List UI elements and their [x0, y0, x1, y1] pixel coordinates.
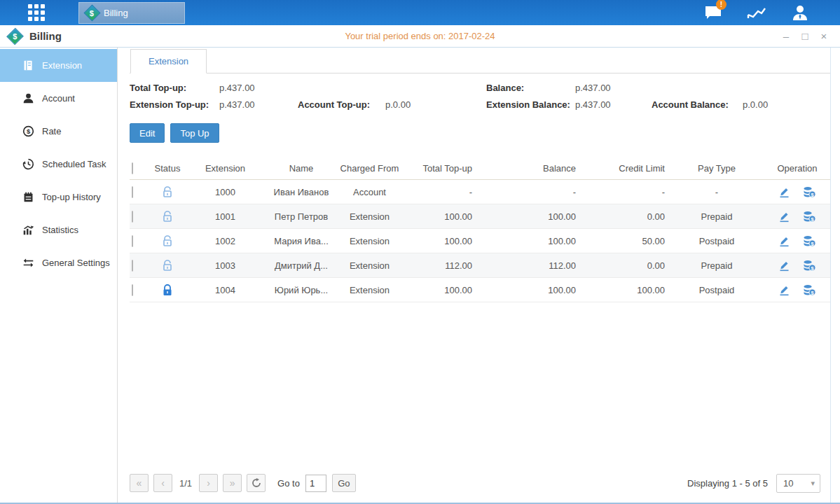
- sidebar-item-statistics[interactable]: Statistics: [0, 214, 117, 246]
- balance-value: p.437.00: [575, 83, 652, 93]
- cell-total-topup: 100.00: [403, 285, 476, 295]
- cell-extension: 1001: [184, 211, 266, 222]
- sidebar-item-rate[interactable]: $ Rate: [0, 115, 117, 148]
- row-checkbox[interactable]: [132, 211, 133, 223]
- go-button[interactable]: Go: [332, 474, 356, 492]
- maximize-icon[interactable]: □: [799, 30, 811, 42]
- row-checkbox[interactable]: [132, 260, 133, 272]
- table-header: Status Extension Name Charged From Total…: [130, 158, 830, 180]
- topup-history-ledger-icon: [22, 191, 34, 203]
- cell-total-topup: 100.00: [403, 211, 476, 222]
- account-balance-label: Account Balance:: [652, 99, 743, 110]
- billing-app-icon: $: [83, 4, 100, 21]
- topup-coins-icon[interactable]: $: [803, 284, 816, 296]
- resource-monitor-icon[interactable]: [745, 4, 769, 22]
- row-checkbox[interactable]: [132, 235, 133, 247]
- app-grid-icon[interactable]: [26, 2, 47, 23]
- edit-pencil-icon[interactable]: [778, 284, 790, 296]
- edit-pencil-icon[interactable]: [778, 260, 790, 272]
- prev-page-button[interactable]: ‹: [153, 474, 172, 492]
- status-locked-icon: [151, 284, 184, 296]
- sidebar-item-extension[interactable]: Extension: [0, 49, 117, 82]
- cell-total-topup: -: [403, 187, 476, 197]
- topup-coins-icon[interactable]: $: [803, 186, 816, 198]
- main-panel: Extension Total Top-up: p.437.00 Balance…: [118, 48, 840, 503]
- first-page-button[interactable]: «: [130, 474, 149, 492]
- cell-name: Мария Ива...: [266, 236, 336, 246]
- sidebar-item-general-settings[interactable]: General Settings: [0, 246, 117, 279]
- sidebar-item-topup-history[interactable]: Top-up History: [0, 181, 117, 214]
- taskbar: $ Billing !: [0, 0, 840, 25]
- cell-pay-type: Prepaid: [669, 211, 764, 222]
- sidebar-item-label: Top-up History: [42, 192, 101, 202]
- chevron-down-icon: ▾: [811, 479, 820, 488]
- tab-label: Extension: [149, 56, 188, 66]
- extension-balance-label: Extension Balance:: [486, 99, 575, 110]
- col-total-topup: Total Top-up: [403, 163, 476, 174]
- window-titlebar: $ Billing Your trial period ends on: 201…: [0, 25, 840, 48]
- page-size-select[interactable]: 10 ▾: [776, 474, 820, 493]
- refresh-icon[interactable]: [247, 474, 266, 492]
- account-topup-value: p.0.00: [385, 99, 486, 110]
- cell-extension: 1004: [184, 285, 266, 295]
- row-checkbox[interactable]: [132, 186, 133, 198]
- next-page-button[interactable]: ›: [199, 474, 218, 492]
- cell-total-topup: 112.00: [403, 260, 476, 271]
- cell-charged-from: Extension: [336, 260, 403, 271]
- select-all-checkbox[interactable]: [132, 162, 133, 174]
- topup-coins-icon[interactable]: $: [803, 235, 816, 247]
- table-row[interactable]: 1003 Дмитрий Д... Extension 112.00 112.0…: [130, 253, 830, 278]
- status-unlocked-icon: [151, 260, 184, 272]
- table-row[interactable]: 1004 Юрий Юрь... Extension 100.00 100.00…: [130, 278, 830, 302]
- cell-charged-from: Extension: [336, 236, 403, 246]
- cell-pay-type: Prepaid: [669, 260, 764, 271]
- extension-table: Status Extension Name Charged From Total…: [130, 158, 830, 302]
- goto-label: Go to: [277, 478, 300, 489]
- page-indicator: 1/1: [179, 478, 192, 489]
- status-unlocked-icon: [151, 186, 184, 198]
- table-row[interactable]: 1002 Мария Ива... Extension 100.00 100.0…: [130, 229, 830, 253]
- cell-name: Иван Иванов: [266, 187, 336, 197]
- balance-summary: Total Top-up: p.437.00 Balance: p.437.00…: [130, 83, 830, 110]
- sidebar-item-account[interactable]: Account: [0, 82, 117, 115]
- topup-coins-icon[interactable]: $: [803, 260, 816, 272]
- page-size-value: 10: [777, 478, 811, 489]
- total-topup-label: Total Top-up:: [130, 83, 219, 93]
- tab-extension[interactable]: Extension: [130, 49, 207, 74]
- window-title: Billing: [29, 30, 62, 42]
- cell-credit-limit: 100.00: [580, 285, 669, 295]
- close-icon[interactable]: ×: [818, 30, 830, 42]
- sidebar-item-scheduled-task[interactable]: Scheduled Task: [0, 148, 117, 181]
- topup-coins-icon[interactable]: $: [803, 211, 816, 223]
- pagination-bar: « ‹ 1/1 › » Go to Go Displaying 1 - 5 of…: [130, 472, 830, 493]
- rate-dollar-icon: $: [22, 125, 34, 137]
- cell-name: Дмитрий Д...: [266, 260, 336, 271]
- general-settings-sliders-icon: [22, 257, 34, 269]
- scheduled-task-clock-icon: [22, 158, 34, 170]
- edit-button[interactable]: Edit: [130, 123, 165, 143]
- table-row[interactable]: 1000 Иван Иванов Account - - - - $: [130, 180, 830, 204]
- last-page-button[interactable]: »: [223, 474, 242, 492]
- sidebar-item-label: Extension: [42, 60, 82, 71]
- taskbar-billing-tab[interactable]: $ Billing: [78, 2, 185, 24]
- sidebar-item-label: Scheduled Task: [42, 159, 106, 169]
- goto-page-input[interactable]: [305, 475, 326, 492]
- cell-extension: 1003: [184, 260, 266, 271]
- minimize-icon[interactable]: –: [780, 30, 792, 42]
- cell-pay-type: Postpaid: [669, 236, 764, 246]
- edit-pencil-icon[interactable]: [778, 235, 790, 247]
- col-operation: Operation: [764, 163, 830, 174]
- col-name: Name: [266, 163, 336, 174]
- status-unlocked-icon: [151, 211, 184, 223]
- cell-charged-from: Extension: [336, 285, 403, 295]
- edit-pencil-icon[interactable]: [778, 186, 790, 198]
- cell-name: Петр Петров: [266, 211, 336, 222]
- user-account-icon[interactable]: [788, 4, 812, 22]
- edit-pencil-icon[interactable]: [778, 211, 790, 223]
- table-row[interactable]: 1001 Петр Петров Extension 100.00 100.00…: [130, 204, 830, 229]
- cell-credit-limit: -: [580, 187, 669, 197]
- row-checkbox[interactable]: [132, 284, 133, 296]
- cell-balance: 100.00: [476, 211, 580, 222]
- messages-icon[interactable]: !: [701, 4, 725, 22]
- topup-button[interactable]: Top Up: [170, 123, 219, 143]
